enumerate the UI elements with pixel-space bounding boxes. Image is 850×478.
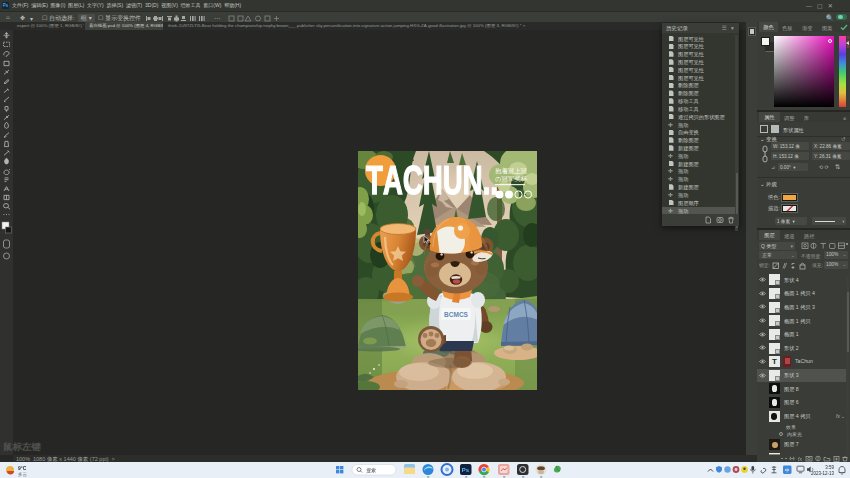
svg-text:中: 中 — [785, 467, 790, 473]
svg-text:搜索: 搜索 — [366, 467, 376, 474]
svg-text:BCMCS: BCMCS — [444, 311, 468, 318]
svg-text:多云: 多云 — [18, 472, 28, 477]
svg-text:fx: fx — [798, 456, 802, 462]
svg-text:Ps: Ps — [462, 467, 470, 473]
svg-text:9°C: 9°C — [18, 465, 27, 471]
svg-text:の冠军奖杯: の冠军奖杯 — [495, 175, 528, 183]
svg-text:抱着冠上冠: 抱着冠上冠 — [495, 167, 527, 175]
